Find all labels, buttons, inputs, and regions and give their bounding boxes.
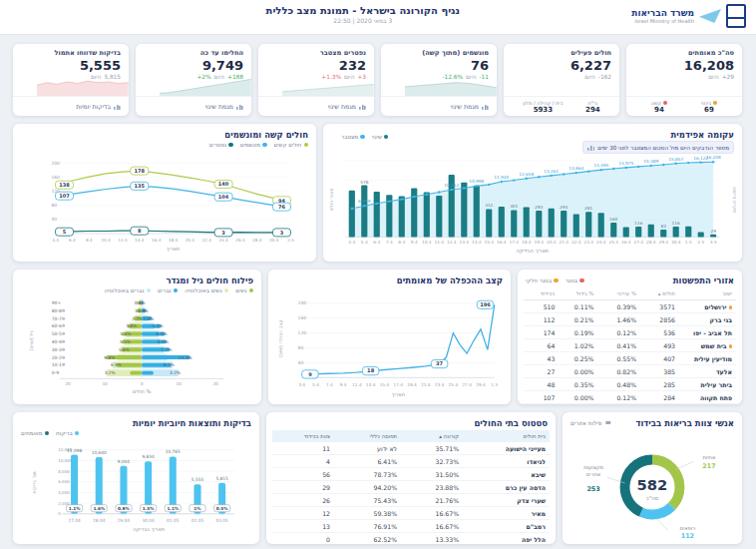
table-row[interactable]: מאיר16.67%59.38%12 bbox=[272, 507, 550, 520]
svg-text:10,212: 10,212 bbox=[444, 183, 459, 188]
svg-text:אחרים: אחרים bbox=[586, 471, 600, 477]
table-row[interactable]: תל אביב - יפו5360.12%0.19%174 bbox=[524, 326, 736, 339]
svg-text:107: 107 bbox=[59, 193, 70, 199]
svg-text:4,000: 4,000 bbox=[58, 490, 70, 495]
svg-text:5.4%: 5.4% bbox=[120, 331, 131, 336]
column-header[interactable]: בית חולים bbox=[463, 430, 550, 442]
column-header[interactable]: חולים ▴ bbox=[640, 287, 679, 300]
legend-dot-icon bbox=[262, 143, 267, 148]
svg-text:תאריך: תאריך bbox=[167, 246, 180, 253]
kpi-title: מונשמים (מתוך קשה) bbox=[389, 49, 489, 57]
kpi-link[interactable]: מגמת שינוי bbox=[451, 103, 479, 110]
svg-text:30.4: 30.4 bbox=[269, 238, 279, 243]
bar-chart-icon bbox=[114, 103, 121, 110]
kpi-card-4: החלימו עד כה9,749+188היום+2%מגמת שינוי bbox=[136, 44, 251, 116]
svg-text:3.2%: 3.2% bbox=[105, 370, 116, 375]
svg-text:17.4: 17.4 bbox=[393, 382, 403, 387]
table-row[interactable]: שערי צדק21.76%75.43%26 bbox=[272, 494, 550, 507]
column-header[interactable]: תפוסה כללי bbox=[334, 430, 401, 442]
svg-text:27.4: 27.4 bbox=[462, 382, 472, 387]
svg-text:01.05: 01.05 bbox=[167, 518, 180, 523]
svg-text:200: 200 bbox=[298, 300, 307, 305]
table-row[interactable]: אלעד3850.82%0.00%27 bbox=[524, 365, 736, 378]
svg-text:80-89: 80-89 bbox=[52, 308, 65, 313]
svg-text:0.5%: 0.5% bbox=[216, 506, 229, 511]
kpi-delta: -11היום-12.6% bbox=[389, 74, 489, 80]
staff-filter-label: פילוח אזורים bbox=[570, 420, 601, 426]
kpi-title: בדיקות שדווחו אתמול bbox=[21, 49, 121, 57]
svg-text:3.8%: 3.8% bbox=[126, 323, 137, 328]
kpi-link[interactable]: מגמת שינוי bbox=[205, 103, 233, 110]
kpi-delta: -162היום bbox=[512, 74, 611, 80]
legend-dot-icon bbox=[360, 135, 365, 140]
svg-text:80: 80 bbox=[298, 345, 304, 350]
flag-swoosh-icon bbox=[699, 9, 721, 23]
kpi-value: 232 bbox=[266, 58, 366, 73]
staff-filter-control[interactable]: ≡ פילוח אזורים bbox=[570, 419, 611, 427]
svg-text:1.2%: 1.2% bbox=[138, 308, 149, 313]
kpi-card-2: מונשמים (מתוך קשה)76-11היום-12.6%מגמת שי… bbox=[381, 44, 497, 116]
doubling-rate-panel: קצב ההכפלה של מאומתים 408012016020091837… bbox=[268, 270, 511, 404]
svg-text:80: 80 bbox=[52, 203, 58, 208]
kpi-footer: מגמת שינוי bbox=[258, 96, 374, 116]
svg-text:5.4: 5.4 bbox=[361, 240, 368, 245]
svg-text:6.4%: 6.4% bbox=[157, 331, 168, 336]
israel-emblem-icon bbox=[726, 4, 746, 28]
panel-title: פילוח חולים גיל ומגדר bbox=[13, 270, 261, 285]
svg-text:15,857: 15,857 bbox=[668, 157, 683, 162]
table-row[interactable]: פתח תקווה2840.12%0.00%107 bbox=[524, 391, 736, 404]
column-header[interactable]: % עירוני bbox=[597, 287, 640, 300]
legend-dot-icon bbox=[579, 278, 584, 283]
svg-text:1.1%: 1.1% bbox=[69, 506, 82, 511]
svg-text:135: 135 bbox=[135, 183, 146, 189]
svg-text:120: 120 bbox=[298, 330, 307, 335]
svg-text:26.4: 26.4 bbox=[621, 240, 631, 245]
svg-text:תאריך הבדיקה: תאריך הבדיקה bbox=[133, 526, 165, 533]
table-row[interactable]: בית שמש4930.41%1.02%64 bbox=[524, 339, 736, 352]
svg-text:20.4: 20.4 bbox=[186, 238, 195, 243]
bar-chart-icon bbox=[587, 144, 594, 151]
table-row[interactable]: בני ברק28561.46%0.21%112 bbox=[524, 313, 736, 326]
svg-text:מספר חולים: מספר חולים bbox=[329, 189, 334, 212]
column-header[interactable]: בבידוד bbox=[524, 287, 559, 300]
ministry-logo: משרד הבריאות Israel Ministry of Health bbox=[631, 4, 746, 28]
svg-text:24.4: 24.4 bbox=[596, 240, 606, 245]
column-header[interactable]: % גידול bbox=[559, 287, 597, 300]
serious-legend: חולים קשיםמונשמיםנפטרים bbox=[13, 140, 316, 148]
svg-text:10.4: 10.4 bbox=[422, 240, 432, 245]
column-header[interactable]: קורונה ▴ bbox=[401, 430, 463, 442]
table-row[interactable]: לניאדו32.73%6.41%4 bbox=[272, 455, 550, 468]
svg-text:6,719: 6,719 bbox=[358, 199, 371, 204]
svg-text:4.4: 4.4 bbox=[52, 238, 59, 243]
table-row[interactable]: שיבא31.50%78.73%56 bbox=[272, 468, 550, 481]
table-row[interactable]: ביתר עילית2850.48%0.35%48 bbox=[524, 378, 736, 391]
table-row[interactable]: הלל יפה13.33%62.52%0 bbox=[272, 533, 550, 545]
table-row[interactable]: הדסה עין כרם23.88%94.20%29 bbox=[272, 481, 550, 494]
kpi-row: סה"כ מאומתים16,208+29היוםבינוני69קשה94חו… bbox=[13, 44, 742, 116]
staff-isolation-panel: אנשי צוות בריאות בבידוד ≡ פילוח אזורים 5… bbox=[563, 412, 742, 544]
svg-text:10.4: 10.4 bbox=[101, 238, 111, 243]
svg-text:281: 281 bbox=[584, 206, 593, 211]
daily-tests-chart: 02,0004,0006,0008,00010,00012,00011,0981… bbox=[26, 437, 246, 538]
svg-text:217: 217 bbox=[702, 462, 715, 470]
svg-text:10,998: 10,998 bbox=[469, 180, 484, 185]
kpi-link[interactable]: מגמת שינוי bbox=[328, 103, 356, 110]
svg-text:8.1%: 8.1% bbox=[164, 362, 175, 367]
svg-text:3.4: 3.4 bbox=[298, 382, 305, 387]
column-header[interactable]: צוות בבידוד bbox=[272, 430, 334, 442]
svg-text:27.4: 27.4 bbox=[633, 240, 643, 245]
svg-text:5,555: 5,555 bbox=[191, 477, 204, 482]
svg-text:סה"כ: סה"כ bbox=[646, 495, 659, 501]
column-header[interactable]: ישוב bbox=[679, 287, 736, 300]
table-row[interactable]: מודיעין עילית4070.55%0.25%43 bbox=[524, 352, 736, 365]
ministry-name-en: Israel Ministry of Health bbox=[631, 18, 694, 24]
kpi-value: 5,555 bbox=[21, 58, 121, 73]
legend-dot-icon bbox=[75, 431, 80, 436]
table-row[interactable]: רמב"ם16.67%76.91%13 bbox=[272, 520, 550, 533]
table-row[interactable]: ירושלים35710.39%0.11%510 bbox=[524, 300, 736, 313]
svg-text:22.4: 22.4 bbox=[571, 240, 581, 245]
svg-text:138: 138 bbox=[59, 182, 70, 188]
table-row[interactable]: מעייני הישועה35.71%לא ידוע11 bbox=[272, 442, 550, 455]
kpi-link[interactable]: בדיקות יומיות bbox=[76, 103, 111, 110]
severity-dot-icon bbox=[663, 101, 667, 105]
